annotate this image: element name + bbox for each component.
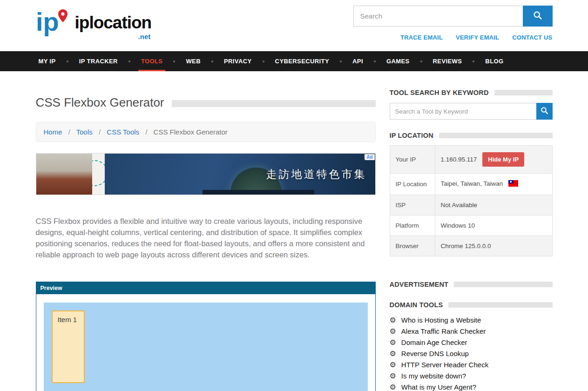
tool-description: CSS Flexbox provides a flexible and intu…	[36, 216, 376, 260]
nav-item-ip-tracker[interactable]: IP TRACKER	[76, 51, 121, 71]
title-decoration-bar	[172, 100, 376, 107]
gear-icon: ⚙	[390, 317, 396, 324]
nav-item-api[interactable]: API	[350, 51, 366, 71]
nav-item-tools[interactable]: TOOLS	[138, 51, 166, 71]
ip-location-table: Your IP 1.160.95.117 Hide My IP IP Locat…	[390, 145, 553, 256]
gear-icon: ⚙	[390, 384, 396, 391]
gear-icon: ⚙	[390, 328, 396, 335]
gear-icon: ⚙	[390, 361, 396, 369]
your-ip-value: 1.160.95.117	[441, 156, 477, 163]
flex-item-1: Item 1	[52, 310, 85, 383]
ip-location-heading: IP LOCATION	[390, 132, 553, 139]
trace-email-link[interactable]: TRACE EMAIL	[400, 34, 443, 41]
ad-left-image	[36, 154, 92, 195]
ad-banner[interactable]: 走訪地道特色市集 Ad	[36, 153, 376, 195]
row-label: ISP	[390, 195, 435, 216]
svg-text:ip: ip	[36, 7, 59, 36]
hide-my-ip-button[interactable]: Hide My IP	[482, 152, 524, 167]
table-row: IP Location Taipei, Taiwan, Taiwan	[390, 174, 552, 195]
nav-item-privacy[interactable]: PRIVACY	[221, 51, 255, 71]
domain-tool-link[interactable]: Alexa Traffic Rank Checker	[401, 327, 486, 335]
site-logo[interactable]: ip iplocation .net	[36, 7, 152, 38]
domain-tool-link[interactable]: Who is Hosting a Website	[401, 316, 481, 324]
breadcrumb-css-tools[interactable]: CSS Tools	[107, 128, 139, 136]
list-item: ⚙ Is my website down?	[390, 372, 553, 380]
nav-item-reviews[interactable]: REVIEWS	[430, 51, 465, 71]
breadcrumb: Home / Tools / CSS Tools / CSS Flexbox G…	[36, 122, 376, 142]
tool-search	[390, 103, 553, 120]
top-header: ip iplocation .net	[0, 0, 588, 51]
gear-icon: ⚙	[390, 339, 396, 346]
nav-item-cybersecurity[interactable]: CYBERSECURITY	[272, 51, 332, 71]
tool-search-heading: TOOL SEARCH BY KEYWORD	[390, 89, 553, 96]
nav-item-my-ip[interactable]: MY IP	[36, 51, 59, 71]
row-label: IP Location	[390, 174, 435, 195]
breadcrumb-tools[interactable]: Tools	[76, 128, 93, 136]
row-label: Browser	[390, 236, 435, 256]
ad-main-image: 走訪地道特色市集	[105, 154, 375, 195]
ad-badge[interactable]: Ad	[365, 154, 374, 160]
heading-decoration-bar	[448, 302, 552, 308]
nav-separator	[263, 61, 264, 62]
nav-separator	[374, 61, 376, 62]
breadcrumb-separator: /	[145, 128, 147, 136]
row-label: Platform	[390, 216, 435, 236]
table-row: ISP Not Available	[390, 195, 552, 216]
verify-email-link[interactable]: VERIFY EMAIL	[456, 34, 499, 41]
nav-separator	[420, 61, 422, 62]
domain-tool-link[interactable]: What is my User Agent?	[401, 383, 476, 391]
heading-decoration-bar	[439, 133, 553, 138]
isp-value: Not Available	[435, 195, 552, 216]
header-links: TRACE EMAIL VERIFY EMAIL CONTACT US	[400, 34, 552, 41]
logo-text: iplocation .net	[75, 13, 152, 33]
list-item: ⚙ Alexa Traffic Rank Checker	[390, 327, 553, 335]
flex-container-demo: Item 1	[44, 303, 368, 391]
domain-tool-link[interactable]: HTTP Server Header Check	[401, 361, 488, 369]
search-icon	[533, 11, 542, 21]
breadcrumb-current: CSS Flexbox Generator	[154, 128, 228, 136]
list-item: ⚙ HTTP Server Header Check	[390, 361, 553, 369]
table-row: Your IP 1.160.95.117 Hide My IP	[390, 146, 552, 174]
flexbox-preview-panel: Preview Item 1	[36, 282, 376, 391]
domain-tool-link[interactable]: Domain Age Checker	[401, 338, 467, 346]
nav-item-web[interactable]: WEB	[183, 51, 203, 71]
list-item: ⚙ Reverse DNS Lookup	[390, 350, 553, 357]
header-search	[353, 6, 553, 27]
domain-tool-link[interactable]: Reverse DNS Lookup	[401, 350, 469, 357]
tool-search-button[interactable]	[536, 103, 553, 120]
ip-location-value: Taipei, Taiwan, Taiwan	[441, 180, 503, 187]
preview-body: Item 1	[36, 294, 375, 391]
domain-tool-link[interactable]: Is my website down?	[401, 372, 466, 380]
tool-search-input[interactable]	[390, 103, 536, 120]
domain-tools-list: ⚙ Who is Hosting a Website ⚙ Alexa Traff…	[390, 316, 553, 391]
taiwan-flag-icon	[508, 180, 518, 188]
list-item: ⚙ Who is Hosting a Website	[390, 316, 553, 324]
preview-header: Preview	[36, 282, 375, 294]
search-icon	[541, 107, 548, 116]
nav-separator	[173, 61, 175, 62]
domain-tools-heading: DOMAIN TOOLS	[390, 301, 553, 309]
search-input[interactable]	[353, 6, 523, 27]
sidebar: TOOL SEARCH BY KEYWORD IP LOCATION	[390, 89, 553, 391]
nav-separator	[67, 61, 68, 62]
logo-icon: ip	[36, 7, 73, 38]
list-item: ⚙ Domain Age Checker	[390, 338, 553, 346]
breadcrumb-separator: /	[68, 128, 70, 136]
contact-us-link[interactable]: CONTACT US	[512, 34, 552, 41]
advertisement-heading: ADVERTISEMENT	[390, 281, 553, 288]
breadcrumb-separator: /	[99, 128, 101, 136]
nav-item-blog[interactable]: BLOG	[482, 51, 506, 71]
gear-icon: ⚙	[390, 372, 396, 380]
browser-value: Chrome 125.0.0.0	[435, 236, 552, 256]
main-navigation: MY IP IP TRACKER TOOLS WEB PRIVACY CYBER…	[0, 51, 588, 71]
table-row: Browser Chrome 125.0.0.0	[390, 236, 552, 256]
nav-item-games[interactable]: GAMES	[384, 51, 412, 71]
platform-value: Windows 10	[435, 216, 552, 236]
gear-icon: ⚙	[390, 350, 396, 357]
main-content: CSS Flexbox Generator Home / Tools / CSS…	[36, 95, 376, 391]
logo-tld: .net	[138, 33, 151, 40]
logo-name: iplocation	[75, 13, 152, 32]
search-button[interactable]	[523, 6, 553, 27]
page-title: CSS Flexbox Generator	[36, 95, 164, 110]
breadcrumb-home[interactable]: Home	[44, 128, 62, 136]
